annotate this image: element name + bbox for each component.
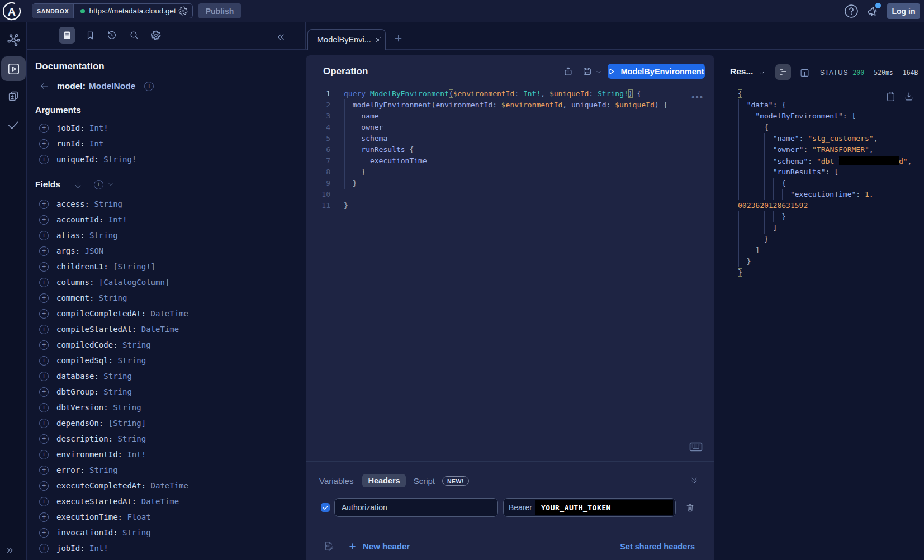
add-field-icon[interactable] (39, 512, 49, 522)
download-response-icon[interactable] (904, 91, 914, 102)
field-type[interactable]: String (89, 466, 118, 474)
history-icon[interactable] (103, 27, 120, 44)
close-tab-icon[interactable] (375, 36, 382, 44)
add-field-icon[interactable] (39, 466, 49, 475)
add-field-icon[interactable] (39, 155, 49, 164)
endpoint-url-field[interactable]: https://metadata.cloud.get (74, 4, 192, 18)
collapse-panel-icon[interactable] (690, 476, 699, 485)
run-operation-button[interactable]: ModelByEnvironment (608, 64, 705, 79)
tab-script[interactable]: Script (414, 476, 435, 486)
rail-schema-graph-icon[interactable] (0, 27, 27, 52)
doc-list-item[interactable]: comment: String (39, 292, 127, 303)
save-operation-icon[interactable] (582, 66, 593, 77)
add-field-icon[interactable] (39, 481, 49, 491)
documentation-tab-icon[interactable] (59, 27, 75, 44)
doc-list-item[interactable]: jobId: Int! (39, 543, 108, 554)
field-type[interactable]: [CatalogColumn] (99, 278, 169, 287)
add-field-icon[interactable] (39, 544, 49, 553)
environment-variables-icon[interactable] (323, 540, 334, 552)
doc-list-item[interactable]: alias: String (39, 230, 118, 241)
add-field-icon[interactable] (39, 356, 49, 366)
add-field-icon[interactable] (39, 419, 49, 428)
settings-gear-icon[interactable] (148, 27, 164, 44)
add-field-icon[interactable] (39, 124, 49, 133)
add-field-icon[interactable] (39, 434, 49, 444)
add-model-field-icon[interactable] (144, 82, 154, 91)
field-type[interactable]: DateTime (151, 309, 188, 318)
collapse-sidebar-icon[interactable] (276, 32, 286, 42)
add-field-icon[interactable] (39, 293, 49, 303)
add-field-icon[interactable] (39, 262, 49, 272)
editor-overflow-menu-icon[interactable]: ••• (691, 92, 704, 102)
sort-fields-icon[interactable] (73, 180, 83, 189)
operation-code-editor[interactable]: 1query ModelByEnvironment($environmentId… (306, 84, 714, 461)
saved-operations-icon[interactable] (82, 27, 98, 44)
field-type[interactable]: JSON (85, 246, 104, 255)
doc-list-item[interactable]: runId: Int (39, 138, 103, 149)
field-type[interactable]: Int! (89, 124, 108, 132)
delete-header-icon[interactable] (685, 502, 695, 513)
new-header-button[interactable]: New header (348, 542, 410, 551)
search-icon[interactable] (126, 27, 143, 44)
field-type[interactable]: String (118, 434, 146, 443)
add-field-icon[interactable] (39, 372, 49, 381)
doc-list-item[interactable]: compiledSql: String (39, 355, 146, 366)
doc-list-item[interactable]: args: JSON (39, 245, 103, 257)
field-type[interactable]: String (89, 231, 118, 240)
add-field-icon[interactable] (39, 325, 49, 334)
tab-headers[interactable]: Headers (362, 474, 405, 487)
field-type[interactable]: String (94, 200, 122, 208)
add-field-icon[interactable] (39, 340, 49, 350)
field-type[interactable]: Int! (89, 544, 108, 553)
field-type[interactable]: DateTime (151, 481, 188, 490)
header-name-input[interactable]: Authorization (334, 498, 498, 517)
doc-list-item[interactable]: database: String (39, 371, 132, 382)
tab-variables[interactable]: Variables (319, 476, 353, 486)
doc-list-item[interactable]: dbtGroup: String (39, 386, 132, 397)
help-icon[interactable] (844, 4, 859, 18)
publish-button[interactable]: Publish (198, 3, 241, 18)
field-type[interactable]: String (113, 403, 141, 412)
field-type[interactable]: DateTime (141, 497, 179, 506)
doc-type-link[interactable]: ModelNode (89, 81, 136, 91)
add-field-icon[interactable] (39, 403, 49, 412)
field-type[interactable]: [String!] (113, 262, 155, 271)
doc-list-item[interactable]: uniqueId: String! (39, 154, 136, 165)
field-type[interactable]: String (122, 528, 151, 537)
save-dropdown-chevron-icon[interactable] (595, 69, 602, 75)
field-type[interactable]: String (122, 340, 151, 349)
header-value-input[interactable]: Bearer YOUR_AUTH_TOKEN (503, 498, 676, 517)
doc-list-item[interactable]: compiledCode: String (39, 339, 151, 350)
field-type[interactable]: [String] (108, 419, 146, 428)
share-operation-icon[interactable] (563, 66, 574, 77)
field-type[interactable]: String (99, 293, 127, 302)
endpoint-url[interactable]: https://metadata.cloud.get (89, 7, 177, 15)
operation-tab[interactable]: ModelByEnvi... (307, 29, 386, 50)
doc-list-item[interactable]: executionTime: Float (39, 511, 151, 523)
field-type[interactable]: String (118, 356, 146, 365)
field-type[interactable]: Float (127, 512, 150, 521)
add-field-icon[interactable] (39, 450, 49, 459)
new-tab-icon[interactable] (391, 31, 405, 45)
table-view-icon[interactable] (798, 66, 811, 79)
add-field-icon[interactable] (39, 246, 49, 256)
add-all-fields-icon[interactable] (94, 180, 103, 189)
set-shared-headers-button[interactable]: Set shared headers (620, 542, 695, 551)
header-enabled-checkbox[interactable] (321, 503, 330, 512)
doc-list-item[interactable]: error: String (39, 464, 118, 476)
doc-list-item[interactable]: description: String (39, 433, 146, 444)
add-field-icon[interactable] (39, 387, 49, 397)
add-field-icon[interactable] (39, 528, 49, 538)
copy-response-icon[interactable] (886, 91, 895, 102)
back-arrow-icon[interactable] (39, 81, 49, 91)
field-type[interactable]: String (103, 372, 132, 381)
add-field-icon[interactable] (39, 278, 49, 287)
doc-list-item[interactable]: executeCompletedAt: DateTime (39, 480, 188, 491)
doc-list-item[interactable]: dependsOn: [String] (39, 417, 146, 429)
rail-checks-icon[interactable] (0, 113, 27, 137)
add-field-icon[interactable] (39, 309, 49, 319)
doc-list-item[interactable]: executeStartedAt: DateTime (39, 496, 179, 507)
add-fields-chevron-icon[interactable] (107, 181, 114, 188)
keyboard-shortcuts-icon[interactable] (689, 442, 703, 452)
rail-collections-icon[interactable] (0, 84, 27, 109)
